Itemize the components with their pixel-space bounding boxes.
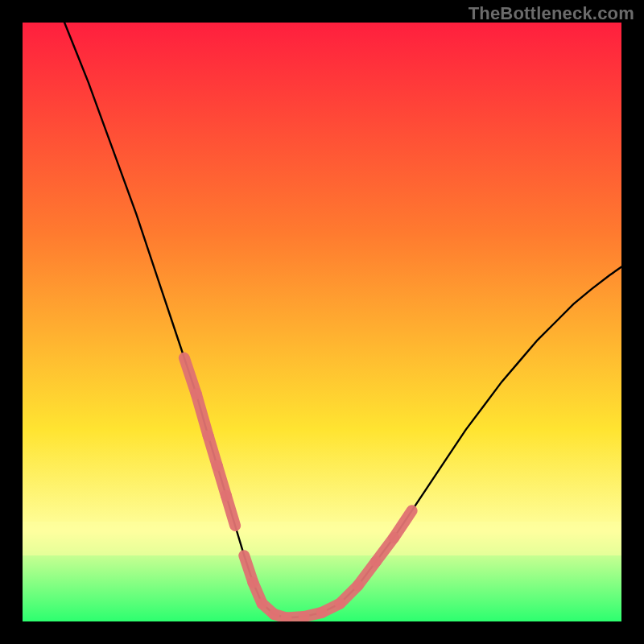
bottleneck-chart xyxy=(23,23,621,621)
highlight-band xyxy=(23,522,621,555)
watermark-text: TheBottleneck.com xyxy=(469,3,634,24)
chart-frame xyxy=(23,23,621,621)
